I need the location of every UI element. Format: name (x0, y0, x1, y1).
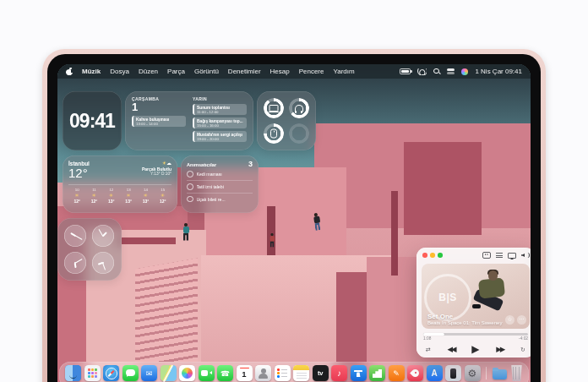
zoom-button[interactable] (438, 253, 443, 258)
downloads-dock-icon[interactable] (492, 365, 508, 381)
lyrics-icon[interactable] (482, 252, 491, 259)
finder-dock-icon[interactable] (65, 365, 81, 381)
music-player-window[interactable]: B|S Set One Beats In Space 01: Tim Sween… (416, 248, 531, 357)
menu-item-goruntu[interactable]: Görüntü (194, 68, 219, 75)
dock-divider (486, 367, 487, 379)
ipad-device-frame: Müzik Dosya Düzen Parça Görüntü Denetiml… (42, 49, 546, 382)
keynote-dock-icon[interactable] (351, 365, 367, 381)
photos-dock-icon[interactable] (179, 365, 195, 381)
reminder-title: Uçak bileti re... (197, 197, 226, 202)
calendar-event[interactable]: Mustafa'nın sergi açılışı 19:00 - 20:00 (193, 131, 247, 142)
menu-item-pencere[interactable]: Pencere (299, 68, 324, 75)
reminders-count: 3 (248, 160, 253, 168)
tv-dock-icon[interactable]: tv (313, 365, 329, 381)
wifi-icon[interactable] (417, 68, 427, 75)
previous-button[interactable]: ◀◀ (448, 346, 455, 353)
wallpaper-person (270, 233, 275, 247)
menu-bar: Müzik Dosya Düzen Parça Görüntü Denetiml… (57, 64, 531, 79)
checkbox-circle[interactable] (187, 171, 193, 177)
mail-dock-icon[interactable]: ✉ (141, 365, 157, 381)
iphone-mirroring-dock-icon[interactable] (445, 365, 461, 381)
shuffle-button[interactable]: ⇄ (426, 347, 431, 352)
headphones-battery-ring (289, 98, 309, 118)
next-button[interactable]: ▶▶ (496, 346, 504, 353)
play-button[interactable]: ▶ (471, 344, 479, 354)
close-button[interactable] (422, 253, 427, 258)
calendar-event[interactable]: Sunum toplantısı 11:00 - 12:00 (193, 104, 247, 115)
volume-icon[interactable] (521, 253, 529, 259)
reminder-title: Kedi maması (197, 172, 222, 177)
mouse-icon (270, 128, 277, 138)
minimize-button[interactable] (430, 253, 435, 258)
menu-item-yardim[interactable]: Yardım (333, 68, 354, 75)
progress-bar[interactable] (423, 333, 528, 336)
weather-high-low: Y:13° D:10° (142, 172, 172, 176)
menu-bar-datetime[interactable]: 1 Nis Çar 09:41 (475, 68, 522, 75)
more-options-button[interactable]: ··· (517, 315, 526, 325)
laptop-icon (270, 105, 279, 112)
screen: Müzik Dosya Düzen Parça Görüntü Denetiml… (57, 64, 531, 382)
music-dock-icon[interactable]: ♪ (331, 365, 347, 381)
queue-icon[interactable] (496, 253, 503, 259)
calendar-event[interactable]: Kahve buluşması 13:00 - 14:00 (132, 116, 186, 127)
menu-item-dosya[interactable]: Dosya (110, 68, 129, 75)
repeat-button[interactable]: ↻ (520, 347, 525, 352)
airplay-icon[interactable] (508, 253, 516, 259)
calendar-dock-icon[interactable]: 1 (237, 365, 253, 381)
mouse-battery-ring (264, 123, 284, 144)
reminders-widget[interactable]: Anımsatıcılar 3 Kedi maması Tatil izni t… (181, 156, 259, 213)
apps-dock-icon[interactable] (84, 365, 101, 381)
wallpaper-person (182, 223, 189, 241)
sun-icon: ☀ (155, 192, 172, 199)
trash-dock-icon[interactable] (510, 365, 523, 381)
intelligence-icon[interactable] (461, 68, 468, 75)
messages-dock-icon[interactable] (122, 365, 139, 381)
reminders-dock-icon[interactable] (275, 365, 291, 381)
calendar-day-label: ÇARŞAMBA (132, 96, 186, 101)
clock-widget[interactable]: 09:41 (63, 91, 122, 150)
calendar-tomorrow-label: YARIN (193, 96, 247, 101)
analog-clock-face (64, 225, 86, 247)
rocket-dock-icon[interactable] (407, 365, 423, 381)
notes-dock-icon[interactable] (293, 365, 309, 381)
headphones-icon (295, 105, 303, 112)
menu-item-muzik[interactable]: Müzik (82, 68, 101, 75)
safari-dock-icon[interactable] (103, 365, 119, 381)
reminder-item[interactable]: Tatil izni talebi (187, 181, 253, 194)
maps-dock-icon[interactable] (161, 365, 177, 381)
pages-dock-icon[interactable]: ✎ (389, 365, 405, 381)
event-time: 15:00 - 16:00 (197, 123, 244, 128)
menu-item-hesap[interactable]: Hesap (270, 68, 290, 75)
battery-icon[interactable] (400, 68, 411, 75)
checkbox-circle[interactable] (187, 183, 193, 190)
appstore-dock-icon[interactable]: A (427, 365, 443, 381)
contacts-dock-icon[interactable] (255, 365, 271, 381)
clock-widget-time: 09:41 (69, 110, 115, 133)
phone-dock-icon[interactable]: ☎ (217, 365, 233, 381)
checkbox-circle[interactable] (187, 196, 193, 203)
reminder-item[interactable]: Uçak bileti re... (187, 194, 253, 205)
partly-cloudy-icon: ☀☁ (142, 161, 172, 166)
menu-item-duzen[interactable]: Düzen (139, 68, 158, 75)
menu-item-parca[interactable]: Parça (167, 68, 185, 75)
bezel: Müzik Dosya Düzen Parça Görüntü Denetiml… (47, 54, 541, 382)
world-clock-widget[interactable] (57, 218, 122, 281)
apple-logo-icon[interactable] (66, 68, 73, 75)
search-icon[interactable] (433, 68, 440, 75)
menu-item-denetimler[interactable]: Denetimler (228, 68, 261, 75)
sun-icon: ☀ (137, 192, 154, 199)
calendar-event[interactable]: Bağış kampanyası top... 15:00 - 16:00 (193, 117, 247, 128)
weather-temp: 12° (68, 166, 90, 180)
dock: ✉☎1tv♪✎A⚙ (59, 362, 529, 382)
settings-dock-icon[interactable]: ⚙ (465, 365, 481, 381)
calendar-widget[interactable]: ÇARŞAMBA 1 Kahve buluşması 13:00 - 14:00… (125, 91, 253, 150)
reminder-item[interactable]: Kedi maması (187, 168, 253, 181)
facetime-dock-icon[interactable] (199, 365, 215, 381)
favorite-star-button[interactable]: ☆ (505, 315, 514, 325)
album-title: Beats In Space 01: Tim Sweeney (427, 320, 504, 325)
numbers-dock-icon[interactable] (369, 365, 385, 381)
weather-widget[interactable]: İstanbul 12° ☀☁ Parçalı Bulutlu Y:13° D:… (63, 156, 177, 213)
album-art: B|S Set One Beats In Space 01: Tim Sween… (422, 264, 530, 329)
batteries-widget[interactable] (257, 91, 316, 150)
control-center-icon[interactable] (447, 68, 455, 75)
